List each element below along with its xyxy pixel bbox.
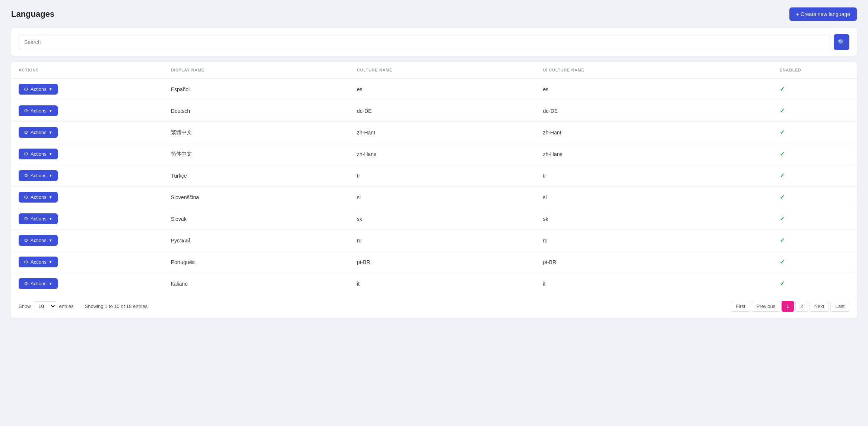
display-name-cell: Italiano — [164, 273, 349, 295]
actions-button-row-0[interactable]: ⚙Actions▼ — [19, 84, 58, 95]
search-input[interactable] — [19, 35, 830, 49]
display-name-cell: Русский — [164, 230, 349, 251]
page-wrapper: Languages + Create new language 🔍 ACTION… — [0, 0, 868, 426]
actions-button-row-9[interactable]: ⚙Actions▼ — [19, 278, 58, 289]
culture-name-cell: sl — [349, 187, 535, 208]
pagination: First Previous 1 2 Next Last — [731, 301, 849, 312]
actions-button-row-7[interactable]: ⚙Actions▼ — [19, 235, 58, 246]
pagination-page-1-button[interactable]: 1 — [782, 301, 794, 312]
culture-name-cell: es — [349, 79, 535, 100]
display-name-cell: 繁體中文 — [164, 122, 349, 143]
display-name-cell: Deutsch — [164, 100, 349, 122]
actions-button-row-4[interactable]: ⚙Actions▼ — [19, 170, 58, 181]
ui-culture-name-cell: de-DE — [535, 100, 772, 122]
enabled-cell: ✓ — [772, 230, 857, 251]
check-icon: ✓ — [780, 194, 785, 200]
table-row: ⚙Actions▼Españoleses✓ — [11, 79, 857, 100]
table-header: ACTIONS DISPLAY NAME CULTURE NAME UI CUL… — [11, 62, 857, 79]
chevron-down-icon: ▼ — [49, 260, 53, 264]
display-name-cell: Español — [164, 79, 349, 100]
actions-button-row-2[interactable]: ⚙Actions▼ — [19, 127, 58, 138]
col-header-culture-name: CULTURE NAME — [349, 62, 535, 79]
enabled-cell: ✓ — [772, 273, 857, 295]
ui-culture-name-cell: sl — [535, 187, 772, 208]
enabled-cell: ✓ — [772, 251, 857, 273]
pagination-first-button[interactable]: First — [731, 301, 750, 312]
check-icon: ✓ — [780, 216, 785, 222]
col-header-ui-culture-name: UI CULTURE NAME — [535, 62, 772, 79]
culture-name-cell: ru — [349, 230, 535, 251]
ui-culture-name-cell: sk — [535, 208, 772, 230]
enabled-cell: ✓ — [772, 187, 857, 208]
gear-icon: ⚙ — [24, 216, 28, 222]
enabled-cell: ✓ — [772, 79, 857, 100]
page-header: Languages + Create new language — [11, 7, 857, 21]
check-icon: ✓ — [780, 280, 785, 287]
entries-per-page-select[interactable]: 10 25 50 100 — [34, 301, 56, 311]
chevron-down-icon: ▼ — [49, 217, 53, 221]
chevron-down-icon: ▼ — [49, 174, 53, 178]
search-icon: 🔍 — [838, 39, 845, 46]
enabled-cell: ✓ — [772, 208, 857, 230]
pagination-last-button[interactable]: Last — [830, 301, 849, 312]
culture-name-cell: sk — [349, 208, 535, 230]
actions-button-row-1[interactable]: ⚙Actions▼ — [19, 105, 58, 116]
check-icon: ✓ — [780, 237, 785, 244]
enabled-cell: ✓ — [772, 143, 857, 165]
show-entries-control: Show 10 25 50 100 entries — [19, 301, 74, 311]
create-new-language-button[interactable]: + Create new language — [789, 7, 857, 21]
ui-culture-name-cell: pt-BR — [535, 251, 772, 273]
gear-icon: ⚙ — [24, 281, 28, 286]
culture-name-cell: zh-Hant — [349, 122, 535, 143]
chevron-down-icon: ▼ — [49, 130, 53, 134]
table-footer: Show 10 25 50 100 entries Showing 1 to 1… — [11, 294, 857, 318]
gear-icon: ⚙ — [24, 173, 28, 178]
culture-name-cell: zh-Hans — [349, 143, 535, 165]
chevron-down-icon: ▼ — [49, 282, 53, 286]
gear-icon: ⚙ — [24, 238, 28, 243]
table-row: ⚙Actions▼简体中文zh-Hanszh-Hans✓ — [11, 143, 857, 165]
actions-label: Actions — [31, 194, 47, 200]
showing-text: Showing 1 to 10 of 18 entries — [85, 303, 148, 309]
pagination-page-2-button[interactable]: 2 — [795, 301, 808, 312]
check-icon: ✓ — [780, 259, 785, 265]
enabled-cell: ✓ — [772, 100, 857, 122]
actions-button-row-3[interactable]: ⚙Actions▼ — [19, 149, 58, 159]
check-icon: ✓ — [780, 86, 785, 92]
actions-label: Actions — [31, 173, 47, 178]
col-header-actions: ACTIONS — [11, 62, 164, 79]
ui-culture-name-cell: zh-Hans — [535, 143, 772, 165]
search-bar-wrapper: 🔍 — [11, 28, 857, 56]
actions-label: Actions — [31, 151, 47, 157]
display-name-cell: 简体中文 — [164, 143, 349, 165]
chevron-down-icon: ▼ — [49, 87, 53, 91]
gear-icon: ⚙ — [24, 151, 28, 157]
pagination-next-button[interactable]: Next — [810, 301, 829, 312]
table-row: ⚙Actions▼Italianoitit✓ — [11, 273, 857, 295]
table-row: ⚙Actions▼Türkçetrtr✓ — [11, 165, 857, 187]
ui-culture-name-cell: tr — [535, 165, 772, 187]
page-title: Languages — [11, 9, 54, 19]
actions-button-row-5[interactable]: ⚙Actions▼ — [19, 192, 58, 203]
gear-icon: ⚙ — [24, 130, 28, 135]
actions-label: Actions — [31, 108, 47, 114]
culture-name-cell: pt-BR — [349, 251, 535, 273]
actions-label: Actions — [31, 216, 47, 222]
display-name-cell: Slovenščina — [164, 187, 349, 208]
actions-button-row-6[interactable]: ⚙Actions▼ — [19, 213, 58, 224]
chevron-down-icon: ▼ — [49, 109, 53, 113]
actions-button-row-8[interactable]: ⚙Actions▼ — [19, 257, 58, 267]
chevron-down-icon: ▼ — [49, 195, 53, 199]
table-row: ⚙Actions▼Portuguêspt-BRpt-BR✓ — [11, 251, 857, 273]
actions-label: Actions — [31, 259, 47, 265]
check-icon: ✓ — [780, 108, 785, 114]
pagination-previous-button[interactable]: Previous — [752, 301, 780, 312]
enabled-cell: ✓ — [772, 122, 857, 143]
entries-label: entries — [59, 303, 74, 309]
chevron-down-icon: ▼ — [49, 238, 53, 242]
search-button[interactable]: 🔍 — [834, 34, 849, 50]
table-row: ⚙Actions▼Slovenščinaslsl✓ — [11, 187, 857, 208]
table-row: ⚙Actions▼繁體中文zh-Hantzh-Hant✓ — [11, 122, 857, 143]
chevron-down-icon: ▼ — [49, 152, 53, 156]
ui-culture-name-cell: es — [535, 79, 772, 100]
